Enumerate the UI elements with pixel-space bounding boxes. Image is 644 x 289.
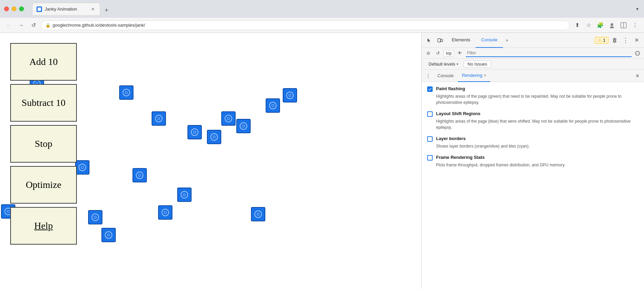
rendering-tabs-row: ⋮ Console Rendering × ✕	[422, 70, 644, 82]
dropdown-arrow-icon: ▾	[457, 62, 458, 66]
animated-box	[187, 125, 202, 139]
paint-flashing-desc: Highlights areas of the page (green) tha…	[427, 93, 639, 106]
default-levels-button[interactable]: Default levels ▾	[426, 61, 461, 67]
devtools-panel-icon[interactable]	[619, 20, 628, 30]
forward-button[interactable]: →	[16, 20, 26, 30]
animated-box	[158, 205, 172, 220]
browser-tab-active[interactable]: Janky Animation ✕	[32, 3, 100, 15]
window-controls: ▾	[635, 5, 640, 13]
main-area: Add 10 Subtract 10 Stop Optimize Help	[0, 33, 644, 289]
devtools-tab-console[interactable]: Console	[476, 33, 503, 48]
warning-count: 1	[603, 38, 605, 43]
bookmark-icon[interactable]: ☆	[584, 20, 593, 30]
rendering-panel-close-button[interactable]: ✕	[634, 72, 641, 80]
animated-box	[251, 207, 265, 221]
device-toggle-icon[interactable]	[435, 36, 445, 45]
frame-rendering-stats-option: Frame Rendering Stats Plots frame throug…	[427, 155, 639, 168]
animated-box	[221, 111, 236, 126]
devtools-warning-badge[interactable]: ⚠ 1	[595, 37, 608, 44]
stop-button[interactable]: Stop	[10, 125, 77, 163]
rendering-tab-options-icon[interactable]: ⋮	[424, 72, 432, 80]
frame-rendering-stats-title: Frame Rendering Stats	[436, 155, 485, 160]
reload-button[interactable]: ↺	[29, 20, 38, 30]
jank-buttons: Add 10 Subtract 10 Stop Optimize Help	[10, 43, 77, 245]
layer-borders-title: Layer borders	[436, 136, 466, 141]
maximize-traffic-light[interactable]	[19, 6, 24, 11]
layout-shift-desc: Highlights areas of the page (blue) that…	[427, 118, 639, 130]
browser-window: Janky Animation ✕ + ▾ ← → ↺ 🔒 googlechro…	[0, 0, 644, 289]
paint-flashing-option: Paint flashing Highlights areas of the p…	[427, 86, 639, 106]
frame-rendering-stats-checkbox[interactable]	[427, 155, 433, 161]
animated-box	[236, 119, 251, 133]
subtract-10-button[interactable]: Subtract 10	[10, 84, 77, 122]
paint-flashing-header: Paint flashing	[427, 86, 639, 92]
devtools-main-tabs: Elements Console »	[446, 33, 593, 48]
layout-shift-title: Layout Shift Regions	[436, 111, 480, 116]
layout-shift-option: Layout Shift Regions Highlights areas of…	[427, 111, 639, 130]
rendering-options-panel: Paint flashing Highlights areas of the p…	[422, 82, 644, 289]
clear-console-icon[interactable]: ⊘	[424, 50, 432, 57]
eye-icon[interactable]: 👁	[456, 50, 464, 57]
animated-box	[207, 130, 221, 144]
layer-borders-option: Layer borders Shows layer borders (orang…	[427, 136, 639, 149]
window-dropdown-button[interactable]: ▾	[635, 5, 640, 13]
add-10-button[interactable]: Add 10	[10, 43, 77, 81]
svg-rect-5	[441, 39, 443, 42]
tabs-bar: Janky Animation ✕ +	[32, 3, 632, 15]
help-button[interactable]: Help	[10, 207, 77, 245]
tab-close-button[interactable]: ✕	[90, 6, 96, 12]
share-icon[interactable]: ⬆	[572, 20, 582, 30]
back-button[interactable]: ←	[4, 20, 14, 30]
profile-icon[interactable]	[607, 20, 617, 30]
browser-toolbar: ← → ↺ 🔒 googlechrome.github.io/devtools-…	[0, 18, 644, 33]
no-issues-button[interactable]: No Issues	[464, 60, 491, 68]
rendering-tab-close-icon[interactable]: ×	[484, 73, 486, 78]
frame-rendering-stats-header: Frame Rendering Stats	[427, 155, 639, 161]
rendering-console-tab[interactable]: Console	[433, 70, 458, 82]
devtools-header: Elements Console » ⚠ 1 ⋮ ✕	[422, 33, 644, 48]
animated-box	[132, 168, 147, 182]
tab-title: Janky Animation	[45, 6, 87, 12]
favicon-inner	[38, 8, 41, 11]
devtools-settings-icon[interactable]	[610, 36, 619, 45]
close-traffic-light[interactable]	[4, 6, 9, 11]
console-filter-input[interactable]	[466, 50, 632, 57]
devtools-more-tabs-button[interactable]: »	[503, 33, 511, 48]
animated-box	[75, 160, 89, 175]
new-tab-button[interactable]: +	[102, 5, 111, 15]
svg-point-8	[637, 53, 638, 54]
svg-point-6	[614, 39, 616, 41]
animated-box	[152, 111, 166, 126]
console-toolbar: ⊘ ↺ top 👁	[422, 48, 644, 59]
filter-options-icon[interactable]	[634, 50, 641, 57]
warning-icon: ⚠	[598, 38, 602, 43]
svg-point-0	[611, 23, 613, 26]
animated-box	[283, 88, 297, 102]
page-content: Add 10 Subtract 10 Stop Optimize Help	[0, 33, 421, 289]
cursor-tool-icon[interactable]	[424, 36, 434, 45]
address-text: googlechrome.github.io/devtools-samples/…	[53, 23, 565, 28]
menu-icon[interactable]: ⋮	[630, 20, 640, 30]
frame-rendering-stats-desc: Plots frame throughput, dropped frames d…	[427, 162, 639, 168]
layout-shift-checkbox[interactable]	[427, 111, 433, 117]
devtools-tab-elements[interactable]: Elements	[446, 33, 476, 48]
extensions-icon[interactable]: 🧩	[596, 20, 605, 30]
paint-flashing-checkbox[interactable]	[427, 86, 433, 92]
devtools-close-button[interactable]: ✕	[632, 36, 641, 45]
top-context-selector[interactable]: top	[444, 50, 454, 57]
layout-shift-header: Layout Shift Regions	[427, 111, 639, 117]
default-levels-label: Default levels	[429, 61, 455, 67]
devtools-panel: Elements Console » ⚠ 1 ⋮ ✕ ⊘ ↺ top	[421, 33, 644, 289]
layer-borders-header: Layer borders	[427, 136, 639, 142]
animated-box	[101, 228, 116, 242]
minimize-traffic-light[interactable]	[12, 6, 16, 11]
rendering-tab-active[interactable]: Rendering ×	[458, 70, 490, 82]
reload-icon[interactable]: ↺	[434, 50, 442, 57]
tab-favicon	[37, 6, 42, 12]
optimize-button[interactable]: Optimize	[10, 166, 77, 204]
animated-box	[177, 188, 192, 202]
devtools-more-options-icon[interactable]: ⋮	[621, 36, 630, 45]
address-bar[interactable]: 🔒 googlechrome.github.io/devtools-sample…	[41, 20, 570, 30]
title-bar: Janky Animation ✕ + ▾	[0, 0, 644, 18]
layer-borders-checkbox[interactable]	[427, 136, 433, 142]
